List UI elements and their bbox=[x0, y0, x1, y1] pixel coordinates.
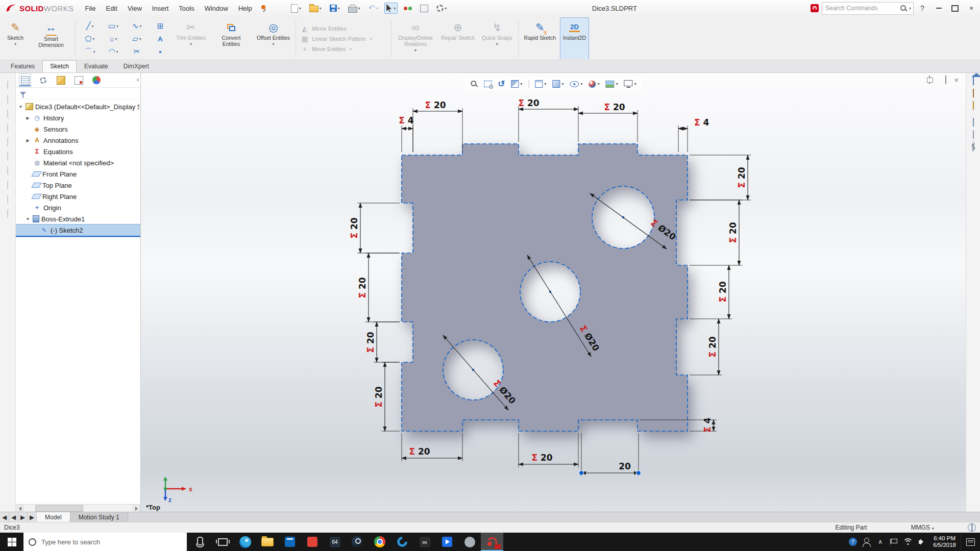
dimension-label[interactable]: Σ 20 bbox=[409, 446, 430, 457]
dimension-label[interactable]: Σ 20 bbox=[737, 167, 747, 188]
expand-arrow-icon[interactable]: ▶ bbox=[25, 116, 31, 120]
open-button[interactable]: ▾ bbox=[307, 3, 324, 14]
panel-flyout-arrow[interactable]: › bbox=[137, 76, 139, 83]
options-button[interactable]: ▾ bbox=[434, 3, 449, 13]
unit-system-selector[interactable]: MMGS ▴ bbox=[911, 524, 934, 531]
tree-item-history[interactable]: ▶◷History bbox=[16, 112, 140, 123]
dimension-label[interactable]: Σ 20 bbox=[718, 281, 728, 302]
dimension-label[interactable]: Σ 4 bbox=[702, 417, 713, 433]
menu-insert[interactable]: Insert bbox=[147, 2, 174, 15]
tree-item-sketch2[interactable]: ✎(-) Sketch2 bbox=[16, 224, 140, 237]
task-pane-custom-properties-button[interactable] bbox=[973, 131, 974, 138]
dimension[interactable]: Σ 4 bbox=[399, 115, 414, 152]
tree-item-origin[interactable]: +Origin bbox=[16, 202, 140, 213]
tree-item-equations[interactable]: ΣEquations bbox=[16, 146, 140, 157]
dimension[interactable]: Σ 20 bbox=[519, 433, 578, 467]
dimension-label[interactable]: 20 bbox=[619, 461, 631, 471]
dimension[interactable]: Σ 20 bbox=[413, 100, 462, 152]
dimension[interactable]: Σ 4 bbox=[678, 117, 709, 152]
save-button[interactable]: ▾ bbox=[328, 3, 342, 13]
status-tag-icon[interactable] bbox=[968, 523, 976, 532]
tab-scroll-right-button[interactable]: ▶ bbox=[18, 512, 28, 522]
dimension-label[interactable]: Σ 20 bbox=[357, 277, 368, 298]
tab-features[interactable]: Features bbox=[3, 60, 42, 72]
edit-appearance-button[interactable]: ▾ bbox=[589, 81, 600, 88]
left-toolbar-button-7[interactable] bbox=[7, 167, 8, 174]
sketch-button[interactable]: ✎ Sketch ▾ bbox=[2, 17, 29, 60]
search-input[interactable] bbox=[824, 4, 898, 12]
previous-view-button[interactable]: ↺ bbox=[498, 80, 505, 88]
expand-arrow-icon[interactable]: ▼ bbox=[25, 217, 31, 221]
tree-item-dice3-default-default-display-st[interactable]: ▼Dice3 (Default<<Default>_Display St bbox=[16, 101, 140, 112]
dimension[interactable]: Σ 20 bbox=[357, 253, 400, 322]
taskbar-app-app-gray[interactable] bbox=[458, 533, 481, 551]
sketch-canvas[interactable]: Σ 20Σ 20Σ 20Σ 4Σ 4Σ 20Σ 20Σ 20Σ 20Σ 20Σ … bbox=[141, 73, 966, 512]
task-pane-design-library-button[interactable] bbox=[973, 89, 974, 97]
displaymanager-tab[interactable] bbox=[90, 73, 103, 87]
tree-item-right-plane[interactable]: Right Plane bbox=[16, 191, 140, 202]
configurationmanager-tab[interactable] bbox=[55, 73, 67, 87]
task-pane-file-explorer-button[interactable] bbox=[973, 102, 974, 109]
fillet-tool-button[interactable]: ⌒▾ bbox=[78, 45, 102, 58]
dimension-label[interactable]: Σ 20 bbox=[518, 98, 539, 108]
tree-item-boss-extrude1[interactable]: ▼Boss-Extrude1 bbox=[16, 213, 140, 224]
sketch-pattern-tool-button[interactable]: ⊞ bbox=[149, 20, 172, 33]
taskbar-app-microphone[interactable] bbox=[189, 533, 211, 551]
cascade-window-button[interactable] bbox=[929, 76, 930, 84]
model-tab[interactable]: Model bbox=[37, 512, 70, 522]
tree-item-material-not-specified[interactable]: ◍Material <not specified> bbox=[16, 157, 140, 168]
scroll-right-button[interactable] bbox=[132, 505, 140, 512]
tab-scroll-left-button[interactable]: ◀ bbox=[9, 512, 18, 522]
slot-tool-button[interactable]: ▱▾ bbox=[125, 33, 149, 45]
pin-menu-icon[interactable] bbox=[259, 4, 268, 13]
scrollbar-thumb[interactable] bbox=[35, 505, 83, 512]
tray-language-button[interactable] bbox=[887, 533, 901, 551]
search-icon[interactable] bbox=[900, 5, 908, 12]
dimension[interactable]: 20 bbox=[579, 433, 641, 476]
taskbar-app-task-view[interactable] bbox=[211, 533, 234, 551]
action-center-button[interactable] bbox=[961, 533, 980, 551]
line-tool-button[interactable]: ╱▾ bbox=[78, 20, 102, 33]
dimxpertmanager-tab[interactable] bbox=[72, 73, 85, 87]
menu-help[interactable]: Help bbox=[233, 2, 257, 15]
dimension[interactable]: Σ 20 bbox=[690, 265, 732, 319]
propertymanager-tab[interactable] bbox=[37, 73, 49, 87]
trim-small-tool-button[interactable]: ✂ bbox=[125, 45, 149, 58]
tree-item-top-plane[interactable]: Top Plane bbox=[16, 180, 140, 191]
rapid-sketch-button[interactable]: ✎↯ Rapid Sketch bbox=[521, 17, 559, 60]
taskbar-search[interactable] bbox=[23, 533, 187, 551]
left-toolbar-button-3[interactable] bbox=[7, 110, 8, 117]
dimension-label[interactable]: Σ 4 bbox=[694, 117, 709, 128]
taskbar-app-app-red[interactable] bbox=[301, 533, 324, 551]
dimension[interactable]: Σ 20 bbox=[690, 155, 751, 200]
zoom-area-button[interactable] bbox=[484, 81, 492, 87]
display-style-button[interactable]: ▾ bbox=[553, 80, 564, 88]
rebuild-button[interactable] bbox=[402, 5, 414, 12]
tab-scroll-last-button[interactable]: ▶ bbox=[28, 512, 37, 522]
dimension[interactable]: Σ 20 bbox=[690, 200, 742, 265]
tab-evaluate[interactable]: Evaluate bbox=[77, 60, 116, 72]
tab-sketch[interactable]: Sketch bbox=[42, 60, 77, 72]
start-button[interactable] bbox=[0, 533, 23, 551]
left-toolbar-button-8[interactable] bbox=[7, 181, 8, 189]
close-button[interactable]: × bbox=[964, 1, 979, 16]
taskbar-app-app-dark[interactable]: 64 bbox=[324, 533, 346, 551]
help-button[interactable]: ? bbox=[915, 1, 930, 16]
dimension[interactable]: Σ 20 bbox=[578, 102, 638, 142]
task-pane-scenes-button[interactable] bbox=[973, 118, 974, 126]
left-toolbar-button-9[interactable] bbox=[7, 195, 8, 203]
menu-tools[interactable]: Tools bbox=[174, 2, 199, 15]
taskbar-app-movies-tv[interactable] bbox=[436, 533, 458, 551]
sketch-region[interactable] bbox=[402, 144, 688, 431]
rectangle-tool-button[interactable]: ▭▾ bbox=[102, 20, 125, 33]
dimension[interactable]: Σ 20 bbox=[374, 362, 400, 431]
tray-people-button[interactable] bbox=[860, 533, 873, 551]
taskbar-search-input[interactable] bbox=[40, 538, 182, 546]
zoom-fit-button[interactable] bbox=[470, 80, 478, 88]
convert-entities-button[interactable]: Convert Entities bbox=[210, 17, 253, 60]
solidworks-resources-icon[interactable] bbox=[811, 4, 819, 12]
dimension[interactable]: Σ 20 bbox=[690, 319, 722, 375]
task-pane-settings-button[interactable] bbox=[972, 143, 975, 151]
taskbar-app-file-explorer[interactable] bbox=[256, 533, 279, 551]
left-toolbar-button-2[interactable] bbox=[7, 95, 8, 103]
